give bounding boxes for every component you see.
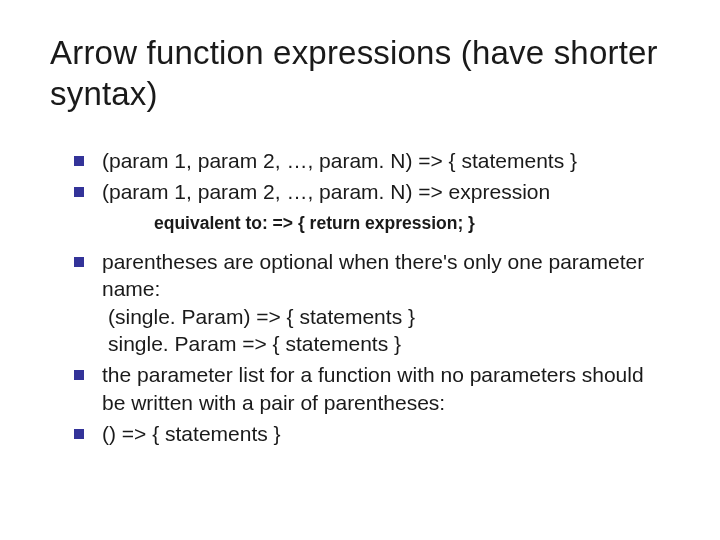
list-item-text: (param 1, param 2, …, param. N) => expre… <box>102 178 670 205</box>
bullet-list: (param 1, param 2, …, param. N) => { sta… <box>50 147 670 448</box>
list-item-line: (single. Param) => { statements } <box>108 303 670 330</box>
square-bullet-icon <box>74 156 84 166</box>
list-item: parentheses are optional when there's on… <box>74 248 670 357</box>
square-bullet-icon <box>74 187 84 197</box>
square-bullet-icon <box>74 370 84 380</box>
list-item-text: () => { statements } <box>102 420 670 447</box>
list-item: the parameter list for a function with n… <box>74 361 670 416</box>
list-item-line: parentheses are optional when there's on… <box>102 250 644 300</box>
list-item-line: single. Param => { statements } <box>108 330 670 357</box>
list-item-text: the parameter list for a function with n… <box>102 361 670 416</box>
square-bullet-icon <box>74 257 84 267</box>
slide-title: Arrow function expressions (have shorter… <box>50 32 670 115</box>
list-item: (param 1, param 2, …, param. N) => { sta… <box>74 147 670 174</box>
list-item: () => { statements } <box>74 420 670 447</box>
slide: Arrow function expressions (have shorter… <box>0 0 720 540</box>
sub-note: equivalent to: => { return expression; } <box>154 213 670 234</box>
list-item: (param 1, param 2, …, param. N) => expre… <box>74 178 670 205</box>
square-bullet-icon <box>74 429 84 439</box>
list-item-text: (param 1, param 2, …, param. N) => { sta… <box>102 147 670 174</box>
list-item-text: parentheses are optional when there's on… <box>102 248 670 357</box>
